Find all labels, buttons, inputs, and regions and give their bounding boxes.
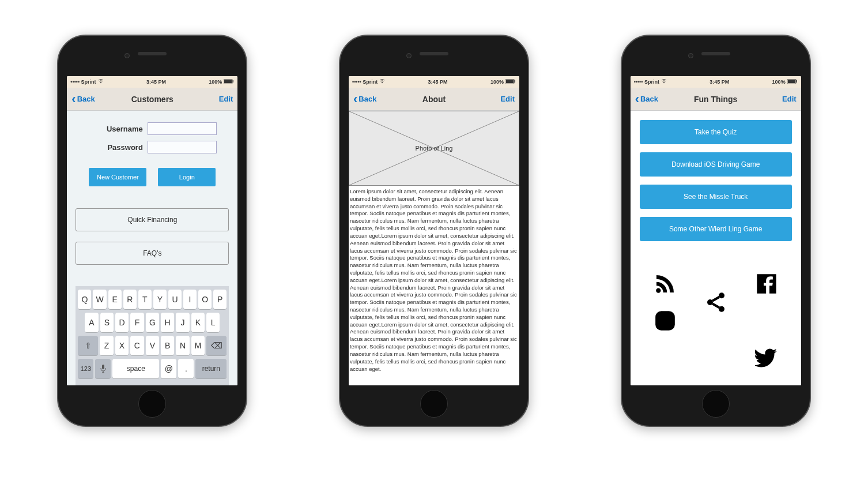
keyboard-key-123[interactable]: 123 (78, 359, 93, 378)
keyboard-key-e[interactable]: E (108, 290, 122, 309)
instagram-icon[interactable] (654, 309, 677, 335)
screen-about: ••••• Sprint 3:45 PM 100% Back About Edi… (349, 76, 519, 385)
keyboard-key-c[interactable]: C (130, 336, 144, 355)
keyboard-key-w[interactable]: W (93, 290, 106, 309)
svg-point-16 (719, 292, 724, 298)
svg-point-15 (656, 288, 661, 293)
rss-icon[interactable] (654, 272, 677, 298)
page-title: About (422, 95, 446, 104)
phone-camera (406, 53, 412, 58)
time-label: 3:45 PM (710, 79, 729, 85)
keyboard-key-return[interactable]: return (195, 359, 227, 378)
back-button[interactable]: Back (71, 93, 95, 106)
keyboard-key-j[interactable]: J (176, 313, 189, 332)
edit-button[interactable]: Edit (782, 95, 797, 103)
keyboard-key-r[interactable]: R (123, 290, 137, 309)
username-label: Username (88, 125, 143, 133)
back-button[interactable]: Back (635, 93, 658, 106)
svg-point-17 (707, 299, 713, 305)
svg-rect-8 (514, 80, 515, 82)
new-customer-button[interactable]: New Customer (89, 168, 146, 186)
keyboard-key-at[interactable]: @ (161, 359, 176, 378)
faqs-button[interactable]: FAQ's (76, 242, 229, 265)
password-label: Password (88, 143, 143, 152)
battery-icon (224, 79, 234, 85)
photo-caption: Photo of Ling (416, 145, 453, 152)
svg-rect-7 (506, 80, 514, 83)
keyboard-key-a[interactable]: A (85, 313, 98, 332)
wifi-icon (379, 79, 385, 85)
svg-point-21 (669, 314, 671, 316)
keyboard-key-b[interactable]: B (161, 336, 174, 355)
keyboard-row-2: ASDFGHJKL (78, 313, 227, 332)
other-game-button[interactable]: Some Other Wierd Ling Game (640, 217, 792, 241)
content-about: Photo of Ling Lorem ipsum dolor sit amet… (349, 111, 519, 385)
edit-button[interactable]: Edit (500, 95, 515, 103)
keyboard-key-mic[interactable] (95, 359, 111, 378)
battery-label: 100% (490, 79, 504, 85)
svg-rect-3 (233, 80, 234, 82)
status-bar: ••••• Sprint 3:45 PM 100% (67, 76, 237, 88)
page-title: Fun Things (694, 95, 737, 104)
keyboard-key-g[interactable]: G (146, 313, 159, 332)
twitter-icon[interactable] (755, 346, 778, 372)
keyboard-key-q[interactable]: Q (78, 290, 91, 309)
facebook-icon[interactable] (755, 272, 778, 298)
keyboard-key-s[interactable]: S (100, 313, 114, 332)
share-icon[interactable] (704, 291, 727, 316)
keyboard-key-l[interactable]: L (206, 313, 220, 332)
time-label: 3:45 PM (146, 79, 166, 85)
nav-bar: Back Customers Edit (67, 88, 237, 111)
keyboard-key-h[interactable]: H (161, 313, 174, 332)
back-button[interactable]: Back (353, 93, 376, 106)
keyboard-key-f[interactable]: F (130, 313, 144, 332)
svg-rect-2 (224, 80, 232, 83)
battery-icon (505, 79, 516, 85)
keyboard-key-y[interactable]: Y (153, 290, 167, 309)
password-input[interactable] (148, 141, 217, 153)
download-game-button[interactable]: Download iOS Driving Game (640, 152, 792, 177)
keyboard-key-o[interactable]: O (198, 290, 212, 309)
social-icons-grid (640, 272, 792, 372)
quick-financing-button[interactable]: Quick Financing (76, 208, 229, 231)
status-bar: ••••• Sprint 3:45 PM 100% (631, 76, 801, 88)
wifi-icon (661, 79, 667, 85)
keyboard-key-k[interactable]: K (191, 313, 205, 332)
keyboard-key-p[interactable]: P (213, 290, 227, 309)
take-quiz-button[interactable]: Take the Quiz (640, 120, 792, 144)
keyboard-key-n[interactable]: N (176, 336, 189, 355)
content-customers: Username Password New Customer Login Qui… (67, 111, 237, 385)
battery-label: 100% (772, 79, 786, 85)
keyboard-row-3: ⇧ZXCVBNM⌫ (78, 336, 227, 355)
phone-mockup-about: ••••• Sprint 3:45 PM 100% Back About Edi… (339, 35, 529, 427)
svg-rect-4 (102, 365, 104, 369)
phone-camera (124, 53, 130, 58)
keyboard-key-i[interactable]: I (183, 290, 197, 309)
keyboard-key-⌫[interactable]: ⌫ (206, 336, 227, 355)
keyboard-key-m[interactable]: M (191, 336, 205, 355)
keyboard-key-d[interactable]: D (115, 313, 129, 332)
edit-button[interactable]: Edit (219, 95, 233, 103)
screen-fun-things: ••••• Sprint 3:45 PM 100% Back Fun Thing… (631, 76, 801, 385)
keyboard-row-4: 123 space @ . return (78, 359, 227, 378)
svg-point-0 (100, 82, 101, 84)
keyboard-key-v[interactable]: V (146, 336, 159, 355)
carrier-label: ••••• Sprint (70, 79, 96, 85)
about-body-text: Lorem ipsum dolor sit amet, consectetur … (349, 186, 519, 385)
content-fun-things: Take the Quiz Download iOS Driving Game … (631, 111, 801, 385)
screen-customers: ••••• Sprint 3:45 PM 100% Back Customers… (67, 76, 237, 385)
keyboard-key-z[interactable]: Z (100, 336, 113, 355)
keyboard-key-⇧[interactable]: ⇧ (78, 336, 98, 355)
login-button[interactable]: Login (158, 168, 216, 186)
keyboard-key-dot[interactable]: . (178, 359, 194, 378)
missile-truck-button[interactable]: See the Missle Truck (640, 185, 792, 209)
keyboard-key-x[interactable]: X (115, 336, 129, 355)
keyboard-key-u[interactable]: U (168, 290, 182, 309)
keyboard-key-t[interactable]: T (138, 290, 152, 309)
username-input[interactable] (148, 122, 217, 135)
svg-rect-13 (788, 80, 795, 83)
page-title: Customers (131, 95, 173, 104)
phone-mockup-fun-things: ••••• Sprint 3:45 PM 100% Back Fun Thing… (621, 35, 811, 427)
wifi-icon (98, 79, 104, 85)
keyboard-key-space[interactable]: space (112, 359, 159, 378)
